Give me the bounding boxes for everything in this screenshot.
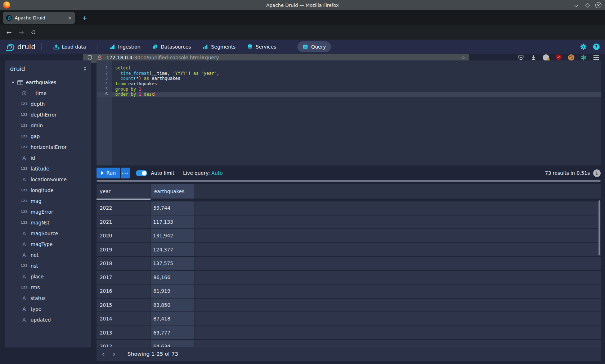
cell-earthquakes[interactable]: 131,942 bbox=[151, 229, 194, 242]
schema-column-item[interactable]: 123depth bbox=[5, 99, 91, 109]
table-row: 201264,634 bbox=[97, 340, 601, 347]
cell-earthquakes[interactable]: 137,575 bbox=[151, 257, 194, 270]
help-icon[interactable]: ? bbox=[593, 43, 600, 50]
cell-earthquakes[interactable]: 87,418 bbox=[151, 312, 194, 326]
nav-item-load-data[interactable]: Load data bbox=[53, 44, 86, 50]
maximize-button[interactable] bbox=[584, 2, 591, 8]
nav-item-ingestion[interactable]: Ingestion bbox=[109, 44, 140, 50]
numeric-icon: 123 bbox=[20, 221, 28, 224]
cell-year[interactable]: 2019 bbox=[97, 243, 151, 256]
previous-page-button[interactable]: ‹ bbox=[98, 349, 109, 359]
extension-asterisk-icon[interactable] bbox=[580, 54, 587, 61]
extension-privacy-icon[interactable] bbox=[542, 54, 550, 61]
auto-limit-toggle[interactable] bbox=[136, 170, 147, 176]
cell-year[interactable]: 2016 bbox=[97, 285, 151, 298]
code-line[interactable]: from earthquakes bbox=[112, 81, 601, 87]
browser-tab[interactable]: Apache Druid × bbox=[3, 12, 75, 24]
more-options-button[interactable]: ••• bbox=[121, 168, 130, 178]
schema-column-item[interactable]: 123depthError bbox=[5, 109, 91, 120]
extension-ublock-icon[interactable]: uO bbox=[555, 54, 562, 61]
schema-column-item[interactable]: Aplace bbox=[5, 271, 91, 282]
cell-year[interactable]: 2014 bbox=[97, 312, 151, 326]
cell-year[interactable]: 2015 bbox=[97, 299, 151, 312]
schema-column-item[interactable]: Atype bbox=[5, 304, 91, 314]
cell-earthquakes[interactable]: 64,634 bbox=[151, 340, 194, 347]
code-line[interactable]: count(*) as earthquakes bbox=[112, 76, 601, 81]
schema-column-item[interactable]: AmagSource bbox=[5, 228, 91, 239]
column-header-earthquakes[interactable]: earthquakes bbox=[151, 184, 194, 199]
column-header-year[interactable]: year bbox=[97, 184, 151, 199]
forward-button[interactable]: → bbox=[17, 28, 26, 37]
minimize-button[interactable] bbox=[574, 2, 580, 8]
run-button[interactable]: Run bbox=[97, 168, 120, 178]
cell-earthquakes[interactable]: 86,166 bbox=[151, 271, 194, 284]
code-line[interactable]: select bbox=[112, 65, 601, 71]
extension-cookie-icon[interactable] bbox=[568, 54, 575, 61]
schema-column-item[interactable]: Astatus bbox=[5, 293, 91, 304]
string-icon: A bbox=[20, 295, 28, 301]
live-query-value[interactable]: Auto bbox=[211, 170, 223, 176]
shield-icon[interactable] bbox=[87, 55, 93, 61]
code-line[interactable]: group by 1 bbox=[112, 87, 601, 92]
cell-year[interactable]: 2017 bbox=[97, 271, 151, 284]
tab-close-icon[interactable]: × bbox=[68, 15, 72, 21]
schema-column-item[interactable]: 123mag bbox=[5, 196, 91, 206]
reload-button[interactable] bbox=[29, 28, 38, 37]
schema-selector[interactable]: druid bbox=[5, 60, 91, 77]
nav-item-services[interactable]: Services bbox=[247, 44, 276, 50]
tab-title: Apache Druid bbox=[15, 15, 65, 21]
cell-earthquakes[interactable]: 83,850 bbox=[151, 299, 194, 312]
schema-column-item[interactable]: 123nst bbox=[5, 260, 91, 271]
bookmark-star-icon[interactable]: ☆ bbox=[461, 54, 466, 61]
schema-column-item[interactable]: Aid bbox=[5, 153, 91, 163]
schema-column-item[interactable]: 123horizontalError bbox=[5, 142, 91, 153]
cell-earthquakes[interactable]: 59,744 bbox=[151, 201, 194, 215]
insecure-lock-icon[interactable] bbox=[97, 55, 103, 61]
schema-column-item[interactable]: 123rms bbox=[5, 282, 91, 293]
schema-column-item[interactable]: 123gap bbox=[5, 131, 91, 142]
schema-column-item[interactable]: 123dmin bbox=[5, 120, 91, 131]
code-line[interactable]: time_format(__time, 'YYYY') as "year", bbox=[112, 71, 601, 76]
back-button[interactable]: ← bbox=[4, 28, 14, 37]
cell-year[interactable]: 2018 bbox=[97, 257, 151, 270]
cell-earthquakes[interactable]: 81,919 bbox=[151, 285, 194, 298]
nav-item-query[interactable]: Query bbox=[297, 41, 331, 52]
schema-column-item[interactable]: AlocationSource bbox=[5, 174, 91, 185]
druid-brand[interactable]: druid bbox=[5, 42, 36, 52]
cell-earthquakes[interactable]: 117,133 bbox=[151, 215, 194, 229]
schema-column-item[interactable]: Aupdated bbox=[5, 314, 91, 325]
table-tree-item[interactable]: earthquakes bbox=[5, 77, 91, 88]
close-button[interactable]: × bbox=[595, 2, 601, 8]
cell-year[interactable]: 2012 bbox=[97, 340, 151, 347]
pocket-icon[interactable] bbox=[517, 54, 524, 61]
nav-item-datasources[interactable]: Datasources bbox=[152, 44, 191, 50]
schema-column-item[interactable]: __time bbox=[5, 88, 91, 99]
double-caret-icon[interactable] bbox=[84, 67, 86, 71]
schema-column-item[interactable]: 123magNst bbox=[5, 217, 91, 228]
schema-column-item[interactable]: 123magError bbox=[5, 206, 91, 217]
menu-button[interactable] bbox=[593, 54, 600, 61]
download-results-icon[interactable]: ↓ bbox=[593, 169, 601, 177]
cell-earthquakes[interactable]: 124,377 bbox=[151, 243, 194, 256]
downloads-icon[interactable] bbox=[530, 54, 537, 61]
schema-column-item[interactable]: AmagType bbox=[5, 239, 91, 250]
pane-splitter[interactable] bbox=[97, 180, 601, 182]
cell-year[interactable]: 2021 bbox=[97, 215, 151, 229]
live-query-control[interactable]: Live query: Auto bbox=[183, 170, 223, 176]
sql-editor[interactable]: 123456 select time_format(__time, 'YYYY'… bbox=[97, 60, 601, 165]
cell-year[interactable]: 2013 bbox=[97, 326, 151, 340]
schema-column-item[interactable]: 123longitude bbox=[5, 185, 91, 196]
cell-year[interactable]: 2022 bbox=[97, 201, 151, 215]
new-tab-button[interactable]: + bbox=[80, 13, 89, 23]
schema-column-item[interactable]: 123latitude bbox=[5, 163, 91, 174]
cell-earthquakes[interactable]: 69,777 bbox=[151, 326, 194, 340]
chevron-down-icon[interactable] bbox=[12, 82, 14, 83]
url-text[interactable]: 172.18.0.4:30109/unified-console.html#qu… bbox=[106, 55, 219, 60]
nav-item-segments[interactable]: Segments bbox=[202, 44, 236, 50]
results-scrollbar[interactable] bbox=[599, 200, 600, 255]
gear-icon[interactable] bbox=[580, 43, 587, 50]
code-line[interactable]: order by 1 desc bbox=[112, 92, 601, 97]
schema-column-item[interactable]: Anet bbox=[5, 250, 91, 260]
next-page-button[interactable]: › bbox=[109, 349, 120, 359]
cell-year[interactable]: 2020 bbox=[97, 229, 151, 242]
